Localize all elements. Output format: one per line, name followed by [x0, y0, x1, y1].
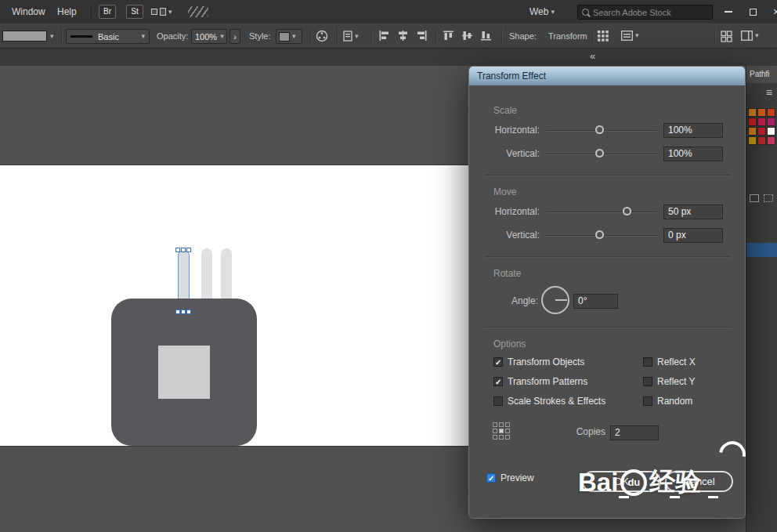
color-swatch[interactable] — [757, 118, 766, 126]
properties-panel-button[interactable]: ▾ — [621, 31, 639, 41]
slider-thumb[interactable] — [623, 207, 631, 215]
scale-vertical-slider[interactable] — [546, 154, 657, 155]
color-swatch[interactable] — [757, 127, 766, 136]
align-middle-button[interactable] — [462, 31, 472, 42]
align-left-button[interactable] — [379, 31, 389, 42]
align-right-button[interactable] — [417, 31, 427, 42]
arrange-grid-button[interactable] — [721, 31, 732, 44]
transform-objects-checkbox[interactable]: ✓ Transform Objects — [493, 356, 584, 367]
color-swatch[interactable] — [767, 136, 775, 145]
reference-point[interactable] — [505, 422, 510, 427]
reference-point[interactable] — [499, 435, 504, 440]
scale-horizontal-input[interactable] — [663, 123, 723, 138]
checkbox[interactable]: ✓ — [643, 357, 652, 367]
reference-point-selector[interactable] — [493, 422, 510, 440]
slider-thumb[interactable] — [595, 125, 604, 134]
transform-options-button[interactable] — [598, 31, 609, 43]
preview-checkbox[interactable]: ✓ Preview — [486, 472, 534, 483]
stroke-style-dropdown[interactable]: Basic ▾ — [66, 29, 150, 44]
align-center-button[interactable] — [398, 31, 408, 42]
collapse-panels-icon[interactable]: « — [590, 50, 595, 62]
reference-point[interactable] — [505, 429, 510, 433]
color-swatch[interactable] — [748, 118, 757, 126]
checkbox[interactable]: ✓ — [486, 473, 496, 483]
reference-point[interactable] — [505, 435, 510, 440]
gpu-performance-icon[interactable] — [188, 6, 208, 17]
checkbox[interactable]: ✓ — [643, 377, 652, 386]
selection-handle[interactable] — [186, 309, 191, 314]
copies-input[interactable] — [610, 425, 659, 440]
opacity-more-button[interactable]: › — [229, 29, 240, 44]
checkbox-label: Transform Patterns — [508, 376, 587, 387]
scale-strokes-checkbox[interactable]: ✓ Scale Strokes & Effects — [493, 396, 605, 407]
align-top-button[interactable] — [443, 31, 454, 42]
angle-input[interactable] — [573, 294, 618, 309]
color-swatch[interactable] — [757, 136, 766, 145]
move-vertical-slider[interactable] — [546, 235, 657, 237]
cancel-button[interactable]: Cancel — [665, 471, 733, 492]
checkbox[interactable]: ✓ — [493, 377, 503, 386]
panel-grid-icon[interactable] — [764, 194, 773, 202]
ok-button[interactable]: OK — [582, 471, 661, 492]
bridge-button[interactable]: Br — [99, 5, 116, 19]
color-swatch[interactable] — [748, 108, 757, 117]
menu-help[interactable]: Help — [50, 0, 84, 24]
restore-button[interactable] — [743, 0, 763, 24]
transform-patterns-checkbox[interactable]: ✓ Transform Patterns — [493, 376, 587, 387]
checkbox[interactable]: ✓ — [493, 357, 503, 367]
slider-thumb[interactable] — [595, 149, 604, 157]
reflect-y-checkbox[interactable]: ✓ Reflect Y — [643, 376, 695, 387]
angle-dial[interactable] — [541, 286, 569, 314]
pathfinder-panel-tab[interactable]: Pathfi — [746, 66, 777, 83]
highlighted-panel-item[interactable] — [746, 243, 777, 257]
color-swatch[interactable] — [767, 118, 775, 126]
minimize-button[interactable] — [718, 0, 739, 24]
reference-point[interactable] — [499, 422, 504, 427]
chevron-down-icon[interactable]: ▾ — [50, 33, 54, 40]
dialog-titlebar[interactable]: Transform Effect — [469, 67, 745, 85]
panel-menu-icon[interactable]: ≡ — [766, 86, 772, 99]
transform-link[interactable]: Transform — [548, 24, 587, 49]
document-setup-button[interactable]: ▾ — [343, 31, 359, 42]
selection-handle[interactable] — [186, 248, 191, 252]
move-horizontal-slider[interactable] — [546, 212, 657, 213]
scale-vertical-input[interactable] — [663, 147, 723, 161]
move-horizontal-input[interactable] — [663, 204, 723, 219]
color-swatch[interactable] — [767, 108, 775, 117]
checkbox[interactable]: ✓ — [643, 396, 652, 406]
search-input[interactable] — [593, 8, 701, 17]
shape-link[interactable]: Shape: — [509, 24, 537, 49]
reference-point[interactable] — [493, 435, 497, 440]
menu-window[interactable]: Window — [5, 0, 52, 24]
color-swatch[interactable] — [767, 127, 775, 136]
selection-handle[interactable] — [181, 309, 186, 314]
stock-search[interactable] — [577, 5, 713, 20]
opacity-dropdown[interactable]: 100% ▾ — [191, 29, 227, 44]
align-bottom-button[interactable] — [481, 31, 491, 42]
stock-button[interactable]: St — [126, 5, 143, 19]
selection-handle[interactable] — [181, 248, 186, 252]
graphic-style-dropdown[interactable]: ▾ — [276, 29, 302, 44]
workspace-switcher[interactable]: Web ▾ — [529, 0, 555, 24]
random-checkbox[interactable]: ✓ Random — [643, 396, 692, 407]
recolor-artwork-button[interactable] — [316, 30, 328, 44]
reference-point-selected[interactable] — [499, 429, 504, 433]
reflect-x-checkbox[interactable]: ✓ Reflect X — [643, 356, 696, 367]
selection-handle[interactable] — [175, 309, 180, 314]
selection-fill-swatch[interactable] — [2, 31, 47, 42]
move-vertical-input[interactable] — [663, 228, 723, 243]
checkbox[interactable]: ✓ — [493, 396, 503, 406]
workspace-panels-button[interactable]: ▾ — [741, 31, 759, 41]
artwork-inner-square[interactable] — [158, 346, 210, 399]
slider-thumb[interactable] — [595, 230, 604, 239]
close-button[interactable]: × — [766, 0, 777, 24]
reference-point[interactable] — [493, 422, 497, 427]
color-swatch[interactable] — [757, 108, 766, 117]
color-swatch[interactable] — [748, 127, 757, 136]
arrange-documents-button[interactable]: ▾ — [151, 8, 172, 16]
panel-list-icon[interactable] — [750, 194, 759, 202]
reference-point[interactable] — [493, 429, 497, 433]
scale-horizontal-slider[interactable] — [546, 130, 657, 132]
color-swatch[interactable] — [748, 136, 757, 145]
selection-handle[interactable] — [175, 248, 180, 252]
